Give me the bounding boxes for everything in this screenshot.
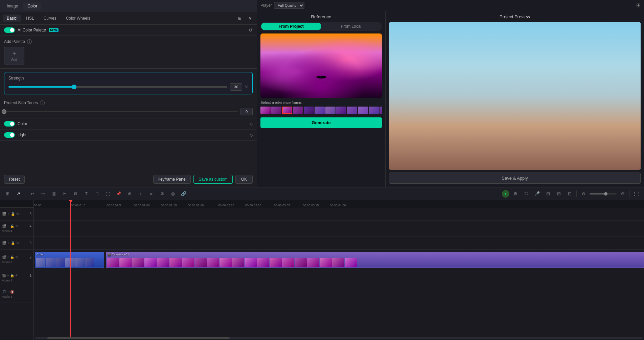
ref-frame-5[interactable] — [304, 107, 314, 114]
tool-cursor[interactable]: ↗ — [14, 189, 23, 199]
track-5-add-icon[interactable]: + — [7, 212, 9, 216]
generate-button[interactable]: Generate — [260, 117, 382, 128]
tool-pin[interactable]: 📌 — [114, 189, 123, 199]
tool-link[interactable]: 🔗 — [179, 189, 188, 199]
track-1-eye[interactable]: 👁 — [15, 274, 19, 277]
light-diamond-icon[interactable]: ◇ — [250, 133, 253, 137]
track-1-add[interactable]: + — [7, 274, 9, 277]
tab-color[interactable]: Color — [23, 2, 41, 10]
grid-icon[interactable]: ⊞ — [636, 2, 641, 8]
color-diamond-icon[interactable]: ◇ — [250, 121, 253, 126]
ref-frame-2[interactable] — [271, 107, 281, 114]
reset-button[interactable]: Reset — [4, 175, 25, 184]
track-2-lock[interactable]: 🔒 — [10, 255, 14, 259]
track-2-row[interactable]: Color 🎬 — [34, 250, 644, 270]
track-5-eye[interactable]: 👁 — [16, 212, 20, 216]
tab-image[interactable]: Image — [3, 2, 22, 10]
tool-trim[interactable]: ⊡ — [71, 189, 80, 199]
add-palette-info-icon[interactable]: i — [27, 39, 32, 44]
tool-audio[interactable]: ⊕ — [125, 189, 134, 199]
from-project-tab[interactable]: From Project — [261, 23, 321, 30]
tool-r5[interactable]: ⊟ — [543, 189, 553, 199]
track-2-eye[interactable]: 👁 — [15, 255, 19, 259]
tool-up[interactable]: ↑ — [136, 189, 145, 199]
track-1-lock[interactable]: 🔒 — [10, 274, 14, 277]
ref-frame-10[interactable] — [358, 107, 368, 114]
ref-frame-3[interactable] — [282, 107, 292, 114]
scrollbar-track[interactable] — [35, 337, 643, 339]
ok-button[interactable]: OK — [235, 175, 253, 184]
tool-r6[interactable]: ⊞ — [554, 189, 564, 199]
track-4-lock[interactable]: 🔒 — [10, 224, 14, 228]
sub-tab-basic[interactable]: Basic — [3, 15, 21, 22]
tool-r2[interactable]: ⚙ — [511, 189, 520, 199]
color-toggle[interactable] — [4, 121, 15, 127]
tool-circle[interactable]: ◯ — [103, 189, 113, 199]
tool-delete[interactable]: 🗑 — [49, 189, 59, 199]
tool-r3[interactable]: 🛡 — [522, 189, 531, 199]
tool-box[interactable]: □ — [92, 189, 102, 199]
tool-r4[interactable]: 🎤 — [532, 189, 542, 199]
sub-tab-hsl[interactable]: HSL — [22, 15, 38, 22]
from-local-tab[interactable]: From Local — [321, 23, 382, 30]
light-toggle[interactable] — [4, 132, 15, 138]
track-4-add-icon[interactable]: + — [7, 224, 9, 228]
track-5-lock[interactable]: 🔒 — [11, 212, 15, 216]
expand-icon[interactable]: ∨ — [246, 14, 254, 22]
track-3-lock[interactable]: 🔒 — [11, 241, 15, 245]
tool-select[interactable]: ⊞ — [3, 189, 12, 199]
ref-frame-8[interactable] — [336, 107, 346, 114]
track-4-row[interactable] — [34, 221, 644, 237]
skin-tones-slider[interactable] — [4, 111, 238, 112]
audio-1-add[interactable]: + — [7, 290, 9, 294]
tool-color2[interactable]: ◎ — [168, 189, 178, 199]
quality-select[interactable]: Full Quality — [274, 2, 304, 9]
audio-1-mute[interactable]: 🔇 — [10, 290, 14, 294]
ref-frame-6[interactable] — [315, 107, 325, 114]
tool-zoom-in[interactable]: ⊕ — [618, 189, 627, 199]
tool-r1[interactable]: ● — [502, 190, 509, 198]
tool-undo[interactable]: ↩ — [27, 189, 37, 199]
skin-tones-info-icon[interactable]: i — [40, 100, 45, 105]
tool-redo[interactable]: ↪ — [38, 189, 48, 199]
tool-grid[interactable]: ⋮⋮ — [632, 189, 641, 199]
ref-frame-7[interactable] — [325, 107, 336, 114]
track-4-eye[interactable]: 👁 — [15, 224, 19, 228]
track-3-row[interactable] — [34, 237, 644, 250]
strength-slider-thumb[interactable] — [72, 85, 76, 89]
ref-frame-1[interactable] — [260, 107, 271, 114]
track-2-add[interactable]: + — [7, 255, 9, 259]
strength-value[interactable]: 30 — [230, 83, 242, 91]
ref-frame-11[interactable] — [369, 107, 379, 114]
add-palette-box[interactable]: + Add — [4, 47, 24, 65]
tool-text[interactable]: T — [82, 189, 91, 199]
skin-tones-value[interactable]: 0 — [240, 108, 253, 115]
ref-frame-4[interactable] — [293, 107, 303, 114]
track-5-row[interactable] — [34, 208, 644, 221]
zoom-slider[interactable] — [590, 193, 617, 195]
strength-slider[interactable] — [8, 86, 227, 88]
tool-motion[interactable]: ⊠ — [157, 189, 167, 199]
audio-1-row[interactable] — [34, 286, 644, 299]
sub-tab-curves[interactable]: Curves — [40, 15, 61, 22]
track-1-row[interactable] — [34, 270, 644, 286]
save-and-apply-button[interactable]: Save & Apply — [389, 173, 641, 184]
tool-effects[interactable]: ≡ — [146, 189, 156, 199]
ref-frame-9[interactable] — [347, 107, 357, 114]
keyframe-panel-button[interactable]: Keyframe Panel — [153, 175, 191, 184]
tool-zoom-out[interactable]: ⊖ — [579, 189, 588, 199]
reset-icon[interactable]: ↺ — [249, 27, 253, 33]
ai-palette-toggle[interactable] — [4, 27, 15, 33]
reference-clip[interactable]: 🎬 Reference01 — [106, 252, 644, 268]
color-clip[interactable]: Color — [35, 252, 104, 268]
track-3-eye[interactable]: 👁 — [16, 241, 20, 245]
track-3-add[interactable]: + — [7, 241, 9, 245]
save-as-custom-button[interactable]: Save as custom — [193, 175, 232, 184]
tool-r7[interactable]: ⊡ — [565, 189, 574, 199]
ref-frame-12[interactable] — [380, 107, 382, 114]
sub-tab-color-wheels[interactable]: Color Wheels — [62, 15, 94, 22]
skin-slider-thumb[interactable] — [2, 109, 6, 114]
scrollbar-thumb[interactable] — [47, 337, 230, 339]
compare-icon[interactable]: ⊞ — [236, 14, 244, 22]
tool-cut[interactable]: ✂ — [60, 189, 69, 199]
